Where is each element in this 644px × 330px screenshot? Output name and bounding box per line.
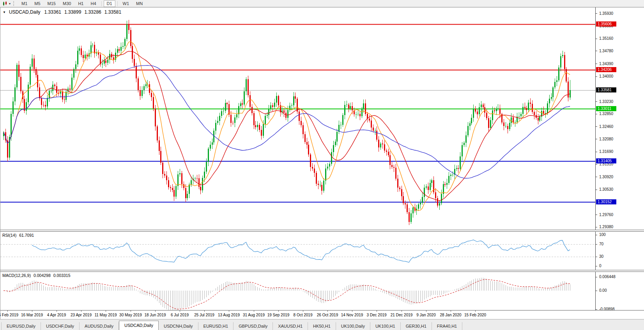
time-axis-tick — [32, 310, 32, 312]
price-axis-tick — [596, 164, 597, 165]
price-axis[interactable]: 1.359301.355501.351601.347801.343901.340… — [595, 7, 644, 230]
price-axis-tick — [596, 152, 597, 152]
rsi-axis-label: 30 — [599, 254, 603, 259]
price-axis-tick — [596, 126, 597, 127]
time-axis-tick — [81, 310, 81, 312]
price-axis-label: 1.34780 — [599, 49, 613, 53]
time-axis-label: 26 Feb 2019 — [0, 313, 18, 317]
macd-axis-label: 0.00 — [599, 288, 607, 293]
price-level-badge: 1.33011 — [596, 106, 616, 111]
timeframe-buttons: M1M5M15M30H1H4D1W1MN — [18, 0, 146, 7]
timeframe-button-d1[interactable]: D1 — [104, 0, 115, 7]
toolbar-grip-handle[interactable] — [13, 1, 15, 6]
bear-candle-wicks — [6, 20, 568, 225]
rsi-axis-tick — [596, 257, 597, 257]
price-axis-label: 1.35160 — [599, 36, 613, 41]
timeframe-button-m15[interactable]: M15 — [44, 0, 59, 7]
chart-dropdown-icon[interactable]: ▼ — [3, 11, 6, 14]
chart-symbol-period: USDCAD,Daily — [9, 9, 41, 15]
bull-candle-wicks — [4, 21, 570, 224]
time-axis-label: 11 May 2019 — [94, 313, 117, 317]
timeframe-button-m30[interactable]: M30 — [60, 0, 74, 7]
macd-plot[interactable] — [0, 272, 595, 310]
price-axis-tick — [596, 76, 597, 77]
macd-panel: 0.0064480.00-0.00898 MACD(12,26,9) 0.004… — [0, 272, 644, 310]
chart-tab-usdcad-daily[interactable]: USDCAD,Daily — [119, 321, 159, 330]
chart-tab-xauusd-h1[interactable]: XAUUSD,H1 — [273, 322, 308, 330]
price-axis-tick — [596, 39, 597, 39]
time-axis-tick — [475, 310, 476, 312]
timeframe-button-mn[interactable]: MN — [133, 0, 146, 7]
time-axis-tick — [451, 310, 451, 312]
price-axis-tick — [596, 64, 597, 64]
timeframe-button-w1[interactable]: W1 — [120, 0, 133, 7]
chart-tab-uk100-daily[interactable]: UK100,Daily — [336, 322, 370, 330]
chart-tab-usdcnh-daily[interactable]: USDCNH,Daily — [159, 322, 198, 330]
macd-signal-line — [4, 279, 570, 309]
toolbar-separator — [101, 1, 102, 6]
timeframe-button-h4[interactable]: H4 — [87, 0, 99, 7]
price-axis-tick — [596, 51, 597, 51]
chart-tabs-bar: EURUSD,DailyUSDCHF,DailyAUDUSD,DailyUSDC… — [0, 319, 644, 330]
chart-tab-usdchf-daily[interactable]: USDCHF,Daily — [41, 322, 80, 330]
time-axis-tick — [204, 310, 205, 312]
current-price-badge: 1.33581 — [596, 87, 616, 92]
mt4-terminal: ▾ M1M5M15M30H1H4D1W1MN 1.359301.355501.3… — [0, 0, 644, 330]
time-axis-label: 15 Feb 2020 — [464, 313, 486, 317]
macd-axis[interactable]: 0.0064480.00-0.00898 — [595, 272, 644, 310]
macd-axis-tick — [596, 291, 597, 291]
time-axis-label: 28 Jan 2020 — [440, 313, 461, 317]
timeframe-button-h1[interactable]: H1 — [75, 0, 87, 7]
time-axis-tick — [377, 310, 377, 312]
chart-tab-eurusd-h1[interactable]: EURUSD,H1 — [198, 322, 234, 330]
sma-mid-line — [4, 51, 570, 200]
timeframes-icon[interactable] — [2, 1, 8, 6]
rsi-plot[interactable] — [0, 232, 595, 270]
rsi-value: 61.7091 — [19, 233, 34, 238]
ohlc-close: 1.33581 — [104, 9, 121, 15]
time-axis-tick — [402, 310, 402, 312]
time-axis-label: 18 Jun 2019 — [144, 313, 166, 317]
time-axis-tick — [352, 310, 352, 312]
bull-candle-bodies — [3, 24, 571, 222]
time-axis-label: 13 Aug 2019 — [218, 313, 240, 317]
time-axis-tick — [155, 310, 156, 312]
price-axis-label: 1.29380 — [599, 225, 613, 229]
price-axis-tick — [596, 101, 597, 102]
time-axis-tick — [327, 310, 328, 312]
price-axis-label: 1.34000 — [599, 74, 613, 78]
chart-tab-gbpusd-daily[interactable]: GBPUSD,Daily — [234, 322, 273, 330]
sma-fast-line — [4, 41, 570, 210]
timeframe-button-m5[interactable]: M5 — [31, 0, 43, 7]
price-axis-tick — [596, 215, 597, 215]
time-axis-tick — [426, 310, 426, 312]
ohlc-high: 1.33899 — [64, 9, 81, 15]
chart-tab-ger30-h1[interactable]: GER30,H1 — [401, 322, 432, 330]
rsi-axis[interactable]: 10070300 — [595, 232, 644, 270]
chart-tab-hk50-h1[interactable]: HK50,H1 — [308, 322, 336, 330]
time-axis-label: 19 Sep 2019 — [267, 313, 290, 317]
time-axis-tick — [57, 310, 57, 312]
price-level-badge: 1.31405 — [596, 158, 616, 163]
rsi-label: RSI(14) 61.7091 — [2, 233, 34, 238]
price-level-badge: 1.35606 — [596, 21, 616, 27]
timeframe-button-m1[interactable]: M1 — [18, 0, 30, 7]
macd-label: MACD(12,26,9) 0.004298 0.003315 — [2, 273, 71, 278]
time-axis-tick — [303, 310, 303, 312]
chart-tab-eurusd-daily[interactable]: EURUSD,Daily — [1, 322, 41, 330]
price-axis-label: 1.33230 — [599, 99, 613, 104]
price-axis-tick — [596, 139, 597, 139]
chart-tab-fra40-h1[interactable]: FRA40,H1 — [432, 322, 462, 330]
macd-axis-label: 0.006448 — [599, 275, 616, 279]
chevron-down-icon[interactable]: ▾ — [9, 2, 11, 5]
time-axis-label: 4 Apr 2019 — [47, 313, 66, 317]
time-axis-tick — [254, 310, 254, 312]
ohlc-low: 1.33286 — [84, 9, 101, 15]
chart-tab-audusd-daily[interactable]: AUDUSD,Daily — [80, 322, 119, 330]
price-chart-plot[interactable] — [0, 7, 595, 230]
rsi-axis-tick — [596, 244, 597, 245]
time-axis-tick — [131, 310, 131, 312]
price-axis-label: 1.32080 — [599, 137, 613, 141]
time-axis[interactable]: 26 Feb 201916 Mar 20194 Apr 201923 Apr 2… — [0, 310, 644, 319]
chart-tab-uk100-h1[interactable]: UK100,H1 — [370, 322, 401, 330]
